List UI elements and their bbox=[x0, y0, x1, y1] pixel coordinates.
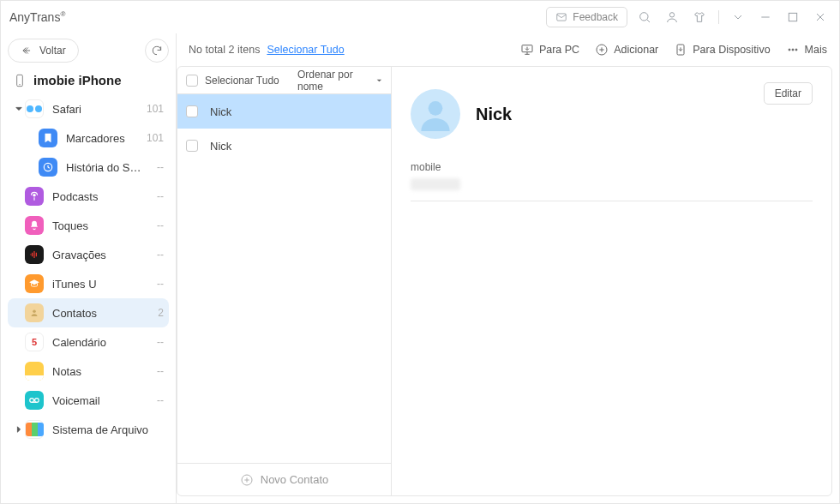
sidebar-top: Voltar bbox=[8, 39, 169, 63]
search-icon bbox=[638, 10, 651, 24]
podcast-icon bbox=[25, 187, 44, 206]
body: Voltar imobie iPhone Safari 101 bbox=[1, 33, 839, 503]
svg-point-15 bbox=[795, 49, 797, 51]
sidebar-item-label: Notas bbox=[52, 365, 143, 378]
select-all-link[interactable]: Selecionar Tudo bbox=[267, 44, 344, 56]
action-label: Adicionar bbox=[614, 44, 658, 56]
refresh-button[interactable] bbox=[145, 39, 169, 63]
sidebar: Voltar imobie iPhone Safari 101 bbox=[1, 33, 177, 503]
sidebar-item-count: -- bbox=[143, 190, 164, 202]
sidebar-item-history[interactable]: História do Safari -- bbox=[8, 153, 169, 182]
back-label: Voltar bbox=[39, 45, 66, 57]
sidebar-item-count: 101 bbox=[143, 132, 164, 144]
sidebar-item-bookmarks[interactable]: Marcadores 101 bbox=[8, 123, 169, 153]
more-button[interactable]: Mais bbox=[786, 43, 827, 57]
sidebar-item-calendar[interactable]: 5 Calendário -- bbox=[8, 327, 169, 357]
main: No total 2 itens Selecionar Tudo Para PC… bbox=[177, 33, 839, 503]
voicemail-icon bbox=[25, 391, 44, 410]
sidebar-item-safari[interactable]: Safari 101 bbox=[8, 94, 169, 123]
contact-row[interactable]: Nick bbox=[177, 129, 391, 163]
sidebar-item-ringtones[interactable]: Toques -- bbox=[8, 211, 169, 240]
mail-icon bbox=[555, 11, 567, 23]
filesystem-icon bbox=[25, 420, 44, 439]
titlebar-right: Feedback bbox=[546, 7, 831, 27]
sidebar-item-recordings[interactable]: Gravações -- bbox=[8, 240, 169, 269]
total-count: No total 2 itens bbox=[189, 44, 260, 56]
user-silhouette-icon bbox=[418, 97, 453, 131]
action-label: Mais bbox=[805, 44, 827, 56]
bookmark-icon bbox=[39, 129, 57, 147]
sidebar-item-label: História do Safari bbox=[66, 161, 143, 174]
dropdown-button[interactable] bbox=[728, 7, 748, 27]
checkbox[interactable] bbox=[186, 105, 198, 117]
sidebar-item-itunesu[interactable]: iTunes U -- bbox=[8, 269, 169, 298]
field-value-blurred bbox=[411, 178, 460, 190]
sidebar-item-label: Marcadores bbox=[66, 132, 143, 145]
sidebar-item-count: -- bbox=[143, 365, 164, 377]
minimize-button[interactable] bbox=[755, 7, 776, 27]
action-label: Para Dispositivo bbox=[693, 44, 770, 56]
titlebar: AnyTrans® Feedback bbox=[1, 1, 839, 33]
close-button[interactable] bbox=[810, 7, 831, 27]
svg-point-7 bbox=[33, 310, 36, 314]
brand: AnyTrans® bbox=[9, 10, 65, 24]
maximize-icon bbox=[786, 10, 800, 24]
contact-row[interactable]: Nick bbox=[177, 94, 391, 129]
plus-circle-icon bbox=[595, 43, 609, 57]
back-button[interactable]: Voltar bbox=[8, 39, 79, 63]
svg-point-14 bbox=[792, 49, 794, 51]
safari-icon bbox=[25, 99, 44, 118]
checkbox[interactable] bbox=[186, 140, 198, 152]
caret-right-icon bbox=[13, 426, 25, 433]
new-contact-label: Novo Contato bbox=[261, 473, 329, 486]
to-pc-button[interactable]: Para PC bbox=[520, 43, 579, 57]
add-button[interactable]: Adicionar bbox=[595, 43, 658, 57]
edit-button[interactable]: Editar bbox=[764, 82, 813, 105]
search-button[interactable] bbox=[634, 7, 655, 27]
detail-panel: Editar Nick mobile bbox=[392, 67, 831, 495]
history-icon bbox=[39, 158, 57, 177]
header-sort[interactable]: Ordenar por nome bbox=[289, 69, 391, 93]
monitor-icon bbox=[520, 43, 534, 57]
close-icon bbox=[813, 10, 827, 24]
svg-point-8 bbox=[30, 399, 34, 403]
sidebar-item-label: Voicemail bbox=[52, 394, 143, 407]
svg-rect-0 bbox=[557, 14, 567, 21]
sidebar-tree: Safari 101 Marcadores 101 História do Sa… bbox=[8, 94, 169, 496]
ellipsis-icon bbox=[786, 43, 800, 57]
edit-label: Editar bbox=[775, 87, 801, 99]
header-select-all[interactable]: Selecionar Tudo bbox=[177, 75, 289, 87]
waveform-icon bbox=[25, 245, 44, 264]
sidebar-item-count: -- bbox=[143, 161, 164, 173]
sidebar-item-voicemail[interactable]: Voicemail -- bbox=[8, 386, 169, 415]
toolbar-left: No total 2 itens Selecionar Tudo bbox=[189, 44, 345, 56]
sidebar-item-label: Sistema de Arquivo bbox=[52, 423, 164, 436]
sidebar-item-label: Podcasts bbox=[52, 190, 143, 203]
contact-name-heading: Nick bbox=[476, 105, 512, 124]
feedback-button[interactable]: Feedback bbox=[546, 7, 627, 27]
account-button[interactable] bbox=[662, 7, 682, 27]
new-contact-button[interactable]: Novo Contato bbox=[177, 463, 391, 495]
checkbox[interactable] bbox=[186, 75, 198, 87]
brand-reg: ® bbox=[60, 10, 65, 18]
sidebar-item-podcasts[interactable]: Podcasts -- bbox=[8, 182, 169, 211]
sidebar-item-count: 2 bbox=[143, 307, 164, 319]
sidebar-item-contacts[interactable]: Contatos 2 bbox=[8, 298, 169, 327]
notes-icon bbox=[25, 362, 44, 381]
sidebar-item-notes[interactable]: Notas -- bbox=[8, 357, 169, 386]
sidebar-item-label: Calendário bbox=[52, 336, 143, 349]
bell-icon bbox=[25, 216, 44, 235]
sidebar-item-count: -- bbox=[143, 249, 164, 261]
device-name: imobie iPhone bbox=[33, 73, 122, 87]
svg-point-17 bbox=[429, 101, 443, 116]
list-rows: Nick Nick bbox=[177, 94, 391, 463]
plus-circle-icon bbox=[240, 473, 254, 487]
sidebar-item-filesystem[interactable]: Sistema de Arquivo bbox=[8, 415, 169, 444]
to-device-button[interactable]: Para Dispositivo bbox=[674, 43, 770, 57]
gift-button[interactable] bbox=[689, 7, 710, 27]
phone-icon bbox=[13, 74, 27, 87]
chevron-down-icon bbox=[731, 10, 745, 24]
maximize-button[interactable] bbox=[783, 7, 803, 27]
svg-point-2 bbox=[669, 13, 674, 17]
sidebar-item-count: -- bbox=[143, 278, 164, 290]
